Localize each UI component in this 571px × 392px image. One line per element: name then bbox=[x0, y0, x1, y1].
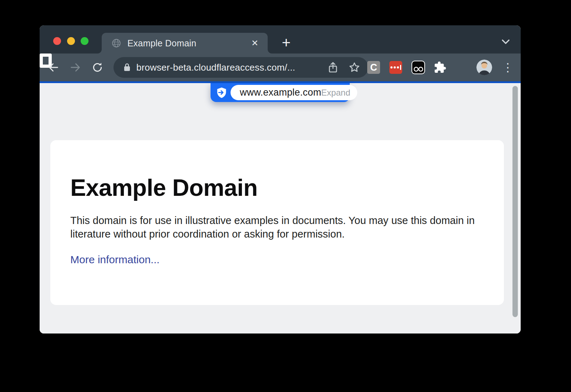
url-text: browser-beta.cloudflareaccess.com/... bbox=[136, 62, 327, 73]
back-arrow-icon bbox=[47, 61, 60, 73]
share-icon[interactable] bbox=[327, 61, 339, 73]
isolated-host-pill[interactable]: www.example.com Expand bbox=[231, 85, 357, 100]
bookmark-star-icon[interactable] bbox=[348, 61, 360, 73]
page-viewport: www.example.com Expand Example Domain Th… bbox=[40, 83, 521, 334]
extensions-puzzle-icon[interactable] bbox=[434, 61, 446, 74]
chevron-down-icon[interactable] bbox=[499, 35, 512, 48]
extension-c-icon[interactable]: C bbox=[367, 61, 380, 74]
isolation-shield-icon bbox=[216, 87, 227, 98]
page-paragraph: This domain is for use in illustrative e… bbox=[70, 214, 479, 241]
active-tab[interactable]: Example Domain ✕ bbox=[102, 33, 268, 54]
tab-title: Example Domain bbox=[127, 38, 196, 49]
tab-strip: Example Domain ✕ + bbox=[40, 25, 521, 54]
profile-avatar[interactable] bbox=[476, 60, 492, 75]
extension-black-circles-icon[interactable] bbox=[411, 61, 425, 74]
new-tab-button[interactable]: + bbox=[277, 34, 296, 53]
more-information-link[interactable]: More information... bbox=[70, 254, 160, 266]
toolbar: browser-beta.cloudflareaccess.com/... C bbox=[40, 54, 521, 81]
back-button[interactable] bbox=[45, 59, 62, 76]
expand-button[interactable]: Expand bbox=[321, 88, 350, 98]
forward-arrow-icon bbox=[69, 61, 81, 73]
forward-button[interactable] bbox=[67, 59, 84, 76]
globe-favicon-icon bbox=[112, 39, 121, 48]
close-tab-icon[interactable]: ✕ bbox=[249, 37, 261, 49]
reload-icon bbox=[91, 61, 103, 73]
isolation-indicator[interactable]: www.example.com Expand bbox=[211, 83, 350, 102]
address-bar[interactable]: browser-beta.cloudflareaccess.com/... bbox=[113, 57, 368, 78]
scrollbar-thumb[interactable] bbox=[512, 86, 518, 317]
reload-button[interactable] bbox=[89, 59, 106, 76]
page-title: Example Domain bbox=[70, 174, 482, 202]
minimize-window-button[interactable] bbox=[67, 37, 75, 45]
extension-red-dots-icon[interactable] bbox=[389, 61, 402, 74]
lock-icon[interactable] bbox=[123, 63, 131, 72]
content-card: Example Domain This domain is for use in… bbox=[50, 140, 504, 305]
close-window-button[interactable] bbox=[53, 37, 61, 45]
browser-window: Example Domain ✕ + bbox=[40, 25, 521, 334]
zoom-window-button[interactable] bbox=[81, 37, 89, 45]
kebab-menu-icon[interactable]: ⋮ bbox=[501, 60, 515, 75]
isolated-host-text: www.example.com bbox=[240, 87, 321, 98]
